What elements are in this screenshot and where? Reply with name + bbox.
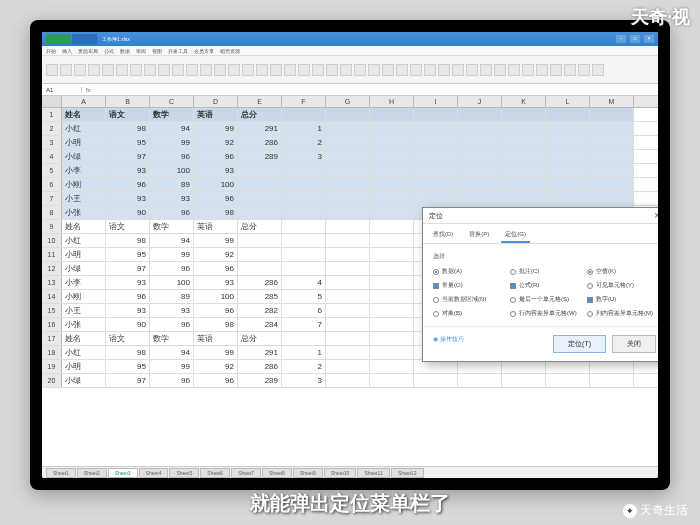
toolbar-button[interactable]: [214, 64, 226, 76]
cell[interactable]: [502, 150, 546, 163]
row-header[interactable]: 6: [42, 178, 62, 191]
cell[interactable]: 98: [106, 122, 150, 135]
cell[interactable]: 小明: [62, 248, 106, 261]
cell[interactable]: 286: [238, 136, 282, 149]
cell[interactable]: [326, 290, 370, 303]
cell[interactable]: [370, 136, 414, 149]
cell[interactable]: 90: [106, 318, 150, 331]
cell[interactable]: 95: [106, 248, 150, 261]
cell[interactable]: 小张: [62, 318, 106, 331]
option-radio[interactable]: 最后一个单元格(S): [510, 295, 579, 304]
cell[interactable]: [370, 276, 414, 289]
cell[interactable]: [282, 332, 326, 345]
cell[interactable]: 姓名: [62, 332, 106, 345]
cell[interactable]: 94: [150, 234, 194, 247]
cell[interactable]: 99: [150, 136, 194, 149]
cell[interactable]: 总分: [238, 108, 282, 121]
cell[interactable]: 89: [150, 290, 194, 303]
cell[interactable]: 小王: [62, 192, 106, 205]
cell[interactable]: [282, 192, 326, 205]
cell[interactable]: [370, 122, 414, 135]
cell[interactable]: [502, 122, 546, 135]
toolbar-button[interactable]: [410, 64, 422, 76]
option-radio[interactable]: 可见单元格(Y): [587, 281, 656, 290]
cell[interactable]: [546, 164, 590, 177]
cell[interactable]: 93: [106, 192, 150, 205]
menu-item[interactable]: 开始: [46, 48, 56, 54]
menu-item[interactable]: 数据: [120, 48, 130, 54]
column-header[interactable]: J: [458, 96, 502, 107]
cell[interactable]: 291: [238, 122, 282, 135]
cell[interactable]: [370, 164, 414, 177]
column-header[interactable]: A: [62, 96, 106, 107]
cell[interactable]: 5: [282, 290, 326, 303]
cell[interactable]: [590, 108, 634, 121]
cell[interactable]: 语文: [106, 108, 150, 121]
column-header[interactable]: H: [370, 96, 414, 107]
cell[interactable]: [590, 150, 634, 163]
row-header[interactable]: 11: [42, 248, 62, 261]
cell[interactable]: 98: [106, 234, 150, 247]
cell[interactable]: 99: [150, 248, 194, 261]
cell[interactable]: 95: [106, 360, 150, 373]
toolbar-button[interactable]: [102, 64, 114, 76]
help-link[interactable]: ◉ 操作技巧: [433, 335, 464, 353]
cell[interactable]: [370, 262, 414, 275]
cell[interactable]: 100: [150, 164, 194, 177]
toolbar-button[interactable]: [186, 64, 198, 76]
cell[interactable]: [546, 374, 590, 387]
cell[interactable]: [458, 178, 502, 191]
cell[interactable]: [590, 136, 634, 149]
cell[interactable]: 99: [150, 360, 194, 373]
cell[interactable]: 小明: [62, 360, 106, 373]
cell[interactable]: [414, 122, 458, 135]
toolbar-button[interactable]: [284, 64, 296, 76]
column-header[interactable]: E: [238, 96, 282, 107]
cell[interactable]: [282, 178, 326, 191]
cell[interactable]: [502, 192, 546, 205]
cell[interactable]: [326, 206, 370, 219]
cell[interactable]: 小绿: [62, 374, 106, 387]
menu-item[interactable]: 视图: [152, 48, 162, 54]
cell[interactable]: 93: [150, 192, 194, 205]
toolbar-button[interactable]: [256, 64, 268, 76]
row-header[interactable]: 16: [42, 318, 62, 331]
cell[interactable]: 98: [194, 206, 238, 219]
cell[interactable]: [326, 332, 370, 345]
toolbar-button[interactable]: [382, 64, 394, 76]
cell[interactable]: [414, 136, 458, 149]
cell[interactable]: [370, 192, 414, 205]
cell[interactable]: 282: [238, 304, 282, 317]
cell[interactable]: [238, 192, 282, 205]
cell[interactable]: [370, 304, 414, 317]
cell[interactable]: 94: [150, 346, 194, 359]
cell[interactable]: [238, 248, 282, 261]
cell[interactable]: [326, 122, 370, 135]
close-button[interactable]: 关闭: [612, 335, 656, 353]
option-radio[interactable]: 当前数据区域(N): [433, 295, 502, 304]
cell[interactable]: [282, 262, 326, 275]
cell[interactable]: 2: [282, 136, 326, 149]
cell[interactable]: [370, 150, 414, 163]
option-radio[interactable]: 空值(K): [587, 267, 656, 276]
dialog-tab[interactable]: 查找(D): [429, 228, 457, 243]
column-header[interactable]: D: [194, 96, 238, 107]
cell[interactable]: 语文: [106, 220, 150, 233]
cell[interactable]: 小明: [62, 136, 106, 149]
toolbar-button[interactable]: [200, 64, 212, 76]
cell[interactable]: [282, 234, 326, 247]
cell[interactable]: [546, 122, 590, 135]
toolbar-button[interactable]: [298, 64, 310, 76]
cell[interactable]: 小刚: [62, 290, 106, 303]
menu-item[interactable]: 会员专享: [194, 48, 214, 54]
cell[interactable]: [370, 234, 414, 247]
cell[interactable]: [590, 164, 634, 177]
toolbar-button[interactable]: [508, 64, 520, 76]
cell[interactable]: [370, 206, 414, 219]
cell[interactable]: 93: [106, 164, 150, 177]
sheet-tab[interactable]: Sheet5: [169, 468, 199, 478]
cell[interactable]: 93: [106, 276, 150, 289]
sheet-tab[interactable]: Sheet9: [293, 468, 323, 478]
cell[interactable]: 数学: [150, 220, 194, 233]
toolbar-button[interactable]: [424, 64, 436, 76]
